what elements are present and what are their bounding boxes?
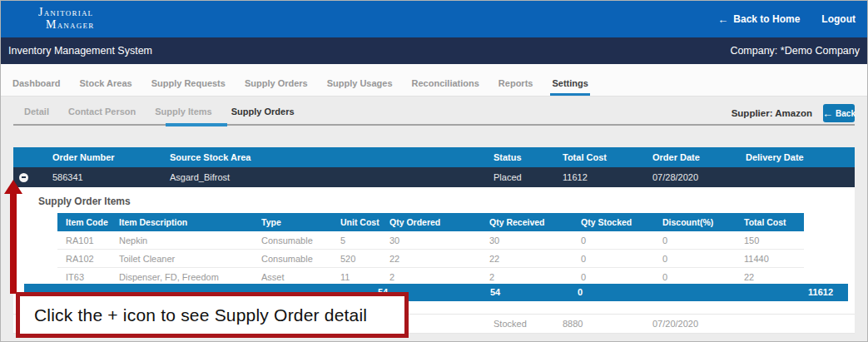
orders-table-header: Order Number Source Stock Area Status To… <box>13 147 855 167</box>
item-discount: 0 <box>654 254 736 264</box>
minus-glyph <box>22 176 26 178</box>
col-type: Type <box>253 217 332 227</box>
col-item-code: Item Code <box>57 217 111 227</box>
col-qty-received: Qty Received <box>481 217 573 227</box>
col-qty-ordered: Qty Ordered <box>381 217 481 227</box>
col-source-stock-area: Source Stock Area <box>170 152 494 162</box>
item-description: Toilet Cleaner <box>111 254 253 264</box>
tab-supply-orders[interactable]: Supply Orders <box>243 70 310 96</box>
col-qty-stocked: Qty Stocked <box>573 217 654 227</box>
item-row-ra101: RA101 Nepkin Consumable 5 30 30 0 0 150 <box>57 231 804 250</box>
items-table-header: Item Code Item Description Type Unit Cos… <box>57 213 804 231</box>
annotation-arrow-shaft <box>10 193 17 294</box>
item-qty-stocked: 0 <box>573 235 654 245</box>
col-unit-cost: Unit Cost <box>332 217 381 227</box>
item-total-cost: 11440 <box>736 254 804 264</box>
status-value: Placed <box>494 172 563 182</box>
tab-stock-areas[interactable]: Stock Areas <box>77 70 133 96</box>
col-order-number: Order Number <box>52 152 170 162</box>
item-type: Asset <box>253 272 332 282</box>
total-cost-value: 8880 <box>563 319 652 329</box>
top-header-links: ← Back to Home Logout <box>717 13 856 26</box>
item-row-ra102: RA102 Toilet Cleaner Consumable 520 22 2… <box>57 250 804 268</box>
tab-reports[interactable]: Reports <box>497 70 535 96</box>
item-description: Dispenser, FD, Freedom <box>111 272 253 282</box>
status-value: Stocked <box>494 319 563 329</box>
subtab-divider-line <box>13 124 855 126</box>
subtab-supply-orders[interactable]: Supply Orders <box>231 107 295 116</box>
item-qty-received: 22 <box>481 254 573 264</box>
logout-link[interactable]: Logout <box>821 13 856 25</box>
back-to-home-link[interactable]: ← Back to Home <box>717 13 800 26</box>
janitorial-manager-logo: Janitorial Manager <box>38 7 94 31</box>
subtab-detail[interactable]: Detail <box>24 107 49 116</box>
subtab-contact-person[interactable]: Contact Person <box>68 107 136 116</box>
item-unit-cost: 5 <box>332 235 381 245</box>
col-total-cost: Total Cost <box>563 152 652 162</box>
item-discount: 0 <box>654 235 736 245</box>
item-unit-cost: 11 <box>332 272 381 282</box>
item-type: Consumable <box>253 235 332 245</box>
subtab-supply-items[interactable]: Supply Items <box>155 107 211 116</box>
supply-order-items-table: Item Code Item Description Type Unit Cos… <box>57 213 804 286</box>
total-cost-sum: 11612 <box>808 287 833 297</box>
col-discount: Discount(%) <box>654 217 736 227</box>
item-discount: 0 <box>654 272 736 282</box>
tab-dashboard[interactable]: Dashboard <box>11 70 62 96</box>
item-total-cost: 22 <box>736 272 804 282</box>
logo-line-2: Manager <box>46 19 94 32</box>
tab-supply-usages[interactable]: Supply Usages <box>325 70 394 96</box>
col-delivery-date: Delivery Date <box>746 152 855 162</box>
annotation-arrow-icon <box>4 180 22 194</box>
item-code: RA102 <box>57 254 111 264</box>
subtab-active-underline <box>166 123 227 126</box>
item-qty-received: 30 <box>481 235 573 245</box>
item-qty-ordered: 2 <box>381 272 481 282</box>
back-button-label: Back <box>836 109 856 118</box>
back-button[interactable]: ← Back <box>823 104 855 122</box>
item-qty-ordered: 22 <box>381 254 481 264</box>
app-title: Inventory Management System <box>8 45 152 57</box>
order-number-value: 586341 <box>52 172 170 182</box>
supplier-name-label: Supplier: Amazon <box>732 108 812 118</box>
order-date-value: 07/20/2020 <box>652 319 746 329</box>
col-status: Status <box>494 152 563 162</box>
inventory-management-screen: Janitorial Manager ← Back to Home Logout… <box>0 0 868 342</box>
item-total-cost: 150 <box>736 235 804 245</box>
item-qty-stocked: 0 <box>573 272 654 282</box>
back-button-arrow-icon: ← <box>822 107 833 120</box>
item-code: RA101 <box>57 235 111 245</box>
company-label: Company: *Demo Company <box>730 45 860 57</box>
total-qty-stocked: 0 <box>578 287 583 297</box>
order-date-value: 07/28/2020 <box>652 172 746 182</box>
app-title-bar: Inventory Management System Company: *De… <box>1 37 867 64</box>
tab-supply-requests[interactable]: Supply Requests <box>150 70 227 96</box>
main-navigation: Dashboard Stock Areas Supply Requests Su… <box>1 64 867 97</box>
item-unit-cost: 520 <box>332 254 381 264</box>
logo-line-1: Janitorial <box>38 7 94 19</box>
total-qty-received: 54 <box>490 287 500 297</box>
order-row-expanded[interactable]: 586341 Asgard_Bifrost Placed 11612 07/28… <box>13 167 855 187</box>
supplier-sub-navigation: Detail Contact Person Supply Items Suppl… <box>24 107 295 116</box>
total-cost-value: 11612 <box>563 172 652 182</box>
back-arrow-icon: ← <box>717 13 728 26</box>
annotation-callout: Click the + icon to see Supply Order det… <box>16 292 409 338</box>
supply-order-items-title: Supply Order Items <box>38 196 131 207</box>
col-item-description: Item Description <box>111 217 253 227</box>
tab-settings[interactable]: Settings <box>550 70 589 96</box>
annotation-callout-text: Click the + icon to see Supply Order det… <box>34 305 367 325</box>
item-code: IT63 <box>57 272 111 282</box>
source-stock-area-value: Asgard_Bifrost <box>170 172 494 182</box>
top-header-bar: Janitorial Manager ← Back to Home Logout <box>1 1 867 37</box>
col-order-date: Order Date <box>652 152 746 162</box>
tab-reconciliations[interactable]: Reconciliations <box>410 70 481 96</box>
item-description: Nepkin <box>111 235 253 245</box>
item-type: Consumable <box>253 254 332 264</box>
col-item-total-cost: Total Cost <box>736 217 804 227</box>
back-to-home-label: Back to Home <box>733 13 800 25</box>
item-qty-received: 2 <box>481 272 573 282</box>
item-qty-stocked: 0 <box>573 254 654 264</box>
item-qty-ordered: 30 <box>381 235 481 245</box>
